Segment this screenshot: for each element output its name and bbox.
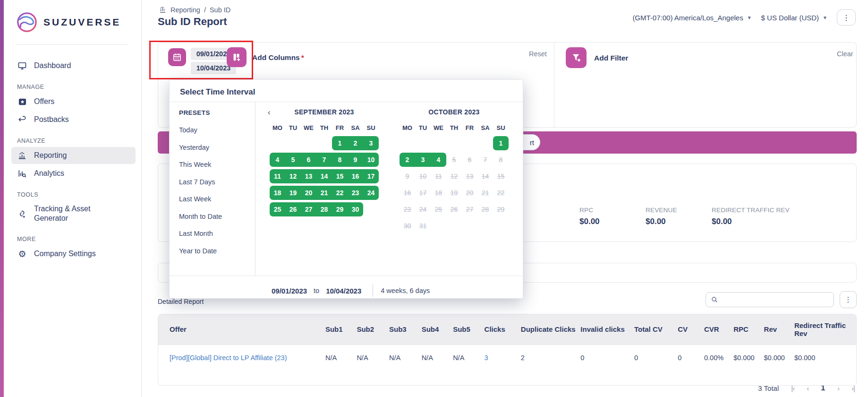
sidebar-item-offers[interactable]: Offers: [11, 93, 136, 110]
calendar-day-30[interactable]: 30: [348, 202, 363, 216]
preset-yesterday[interactable]: Yesterday: [179, 144, 209, 151]
calendar-day-28[interactable]: 28: [316, 202, 332, 216]
calendar-day-28[interactable]: 28: [477, 202, 493, 216]
calendar-day-16[interactable]: 16: [348, 169, 363, 183]
report-search[interactable]: [706, 292, 834, 307]
calendar-day-5[interactable]: 5: [446, 153, 462, 167]
preset-month-to-date[interactable]: Month to Date: [179, 213, 222, 220]
sidebar-item-tracking-asset-generator[interactable]: Tracking & Asset Generator: [11, 201, 136, 226]
calendar-day-6[interactable]: 6: [462, 153, 477, 167]
preset-today[interactable]: Today: [179, 126, 197, 134]
calendar-day-4[interactable]: 4: [270, 153, 285, 167]
sidebar-item-postbacks[interactable]: Postbacks: [11, 111, 136, 128]
calendar-day-15[interactable]: 15: [332, 169, 348, 183]
preset-last-month[interactable]: Last Month: [179, 230, 213, 237]
offer-link[interactable]: [Prod][Global] Direct to LP Affiliate (2…: [158, 345, 325, 371]
date-range-picker-button[interactable]: [168, 48, 186, 66]
calendar-day-7[interactable]: 7: [316, 153, 332, 167]
calendar-day-9[interactable]: 9: [348, 153, 363, 167]
table-cell[interactable]: 3: [485, 345, 521, 371]
calendar-day-8[interactable]: 8: [493, 153, 509, 167]
column-header-redirect-traffic-rev[interactable]: Redirect Traffic Rev: [794, 314, 857, 345]
calendar-day-2[interactable]: 2: [400, 153, 415, 167]
currency-selector[interactable]: $ US Dollar (USD) ▼: [761, 14, 827, 22]
calendar-day-15[interactable]: 15: [493, 169, 509, 183]
calendar-day-20[interactable]: 20: [301, 186, 316, 200]
add-columns-label[interactable]: Add Columns*: [252, 53, 304, 62]
breadcrumb-section[interactable]: Reporting: [170, 6, 200, 14]
search-input[interactable]: [722, 296, 834, 303]
clear-button[interactable]: Clear: [837, 50, 853, 58]
calendar-day-17[interactable]: 17: [363, 169, 379, 183]
calendar-day-24[interactable]: 24: [415, 202, 431, 216]
calendar-day-12[interactable]: 12: [446, 169, 462, 183]
column-header-sub1[interactable]: Sub1: [325, 314, 357, 345]
calendar-day-30[interactable]: 30: [400, 219, 415, 233]
preset-this-week[interactable]: This Week: [179, 161, 211, 168]
calendar-day-21[interactable]: 21: [316, 186, 332, 200]
table-kebab-menu-button[interactable]: ⋮: [840, 291, 857, 308]
column-header-sub2[interactable]: Sub2: [357, 314, 389, 345]
column-header-duplicate-clicks[interactable]: Duplicate Clicks: [521, 314, 581, 345]
calendar-day-4[interactable]: 4: [431, 153, 446, 167]
calendar-day-17[interactable]: 17: [415, 186, 431, 200]
sidebar-item-dashboard[interactable]: Dashboard: [11, 57, 136, 74]
column-header-cvr[interactable]: CVR: [704, 314, 733, 345]
calendar-day-7[interactable]: 7: [477, 153, 493, 167]
preset-last-7-days[interactable]: Last 7 Days: [179, 178, 215, 186]
header-kebab-menu-button[interactable]: ⋮: [837, 9, 856, 26]
calendar-day-23[interactable]: 23: [400, 202, 415, 216]
calendar-day-2[interactable]: 2: [348, 136, 363, 150]
calendar-day-19[interactable]: 19: [446, 186, 462, 200]
column-header-sub5[interactable]: Sub5: [453, 314, 484, 345]
column-header-invalid-clicks[interactable]: Invalid clicks: [580, 314, 634, 345]
calendar-day-21[interactable]: 21: [477, 186, 493, 200]
sidebar-item-analytics[interactable]: Analytics: [11, 165, 136, 182]
column-header-rev[interactable]: Rev: [764, 314, 794, 345]
calendar-day-31[interactable]: 31: [415, 219, 431, 233]
calendar-day-26[interactable]: 26: [285, 202, 301, 216]
calendar-day-5[interactable]: 5: [285, 153, 301, 167]
calendar-day-24[interactable]: 24: [363, 186, 379, 200]
calendar-day-25[interactable]: 25: [431, 202, 446, 216]
calendar-day-20[interactable]: 20: [462, 186, 477, 200]
column-header-rpc[interactable]: RPC: [733, 314, 764, 345]
calendar-day-6[interactable]: 6: [301, 153, 316, 167]
calendar-day-1[interactable]: 1: [332, 136, 348, 150]
calendar-day-8[interactable]: 8: [332, 153, 348, 167]
preset-year-to-date[interactable]: Year to Date: [179, 247, 217, 255]
calendar-day-27[interactable]: 27: [462, 202, 477, 216]
column-header-clicks[interactable]: Clicks: [485, 314, 521, 345]
calendar-day-13[interactable]: 13: [462, 169, 477, 183]
timezone-selector[interactable]: (GMT-07:00) America/Los_Angeles ▼: [632, 14, 751, 22]
calendar-day-14[interactable]: 14: [316, 169, 332, 183]
calendar-day-11[interactable]: 11: [431, 169, 446, 183]
calendar-day-13[interactable]: 13: [301, 169, 316, 183]
calendar-day-14[interactable]: 14: [477, 169, 493, 183]
sidebar-item-reporting[interactable]: Reporting: [11, 147, 136, 164]
column-header-total-cv[interactable]: Total CV: [634, 314, 678, 345]
sidebar-item-company-settings[interactable]: ⚙Company Settings: [11, 245, 136, 262]
calendar-day-9[interactable]: 9: [400, 169, 415, 183]
column-header-cv[interactable]: CV: [678, 314, 704, 345]
calendar-day-1[interactable]: 1: [493, 136, 509, 150]
calendar-day-16[interactable]: 16: [400, 186, 415, 200]
brand-logo[interactable]: SUZUVERSE: [16, 11, 141, 33]
calendar-day-23[interactable]: 23: [348, 186, 363, 200]
reset-button[interactable]: Reset: [529, 50, 547, 58]
calendar-day-29[interactable]: 29: [493, 202, 509, 216]
add-filter-button[interactable]: [566, 47, 587, 68]
calendar-day-18[interactable]: 18: [431, 186, 446, 200]
prev-month-chevron-icon[interactable]: ‹: [268, 108, 270, 117]
column-header-sub4[interactable]: Sub4: [422, 314, 453, 345]
calendar-day-27[interactable]: 27: [301, 202, 316, 216]
offer-link-text[interactable]: [Prod][Global] Direct to LP Affiliate (2…: [170, 354, 287, 362]
calendar-day-18[interactable]: 18: [270, 186, 285, 200]
column-header-offer[interactable]: Offer: [158, 314, 325, 345]
calendar-day-22[interactable]: 22: [493, 186, 509, 200]
calendar-day-11[interactable]: 11: [270, 169, 285, 183]
calendar-day-3[interactable]: 3: [363, 136, 379, 150]
calendar-day-26[interactable]: 26: [446, 202, 462, 216]
calendar-day-22[interactable]: 22: [332, 186, 348, 200]
calendar-day-29[interactable]: 29: [332, 202, 348, 216]
